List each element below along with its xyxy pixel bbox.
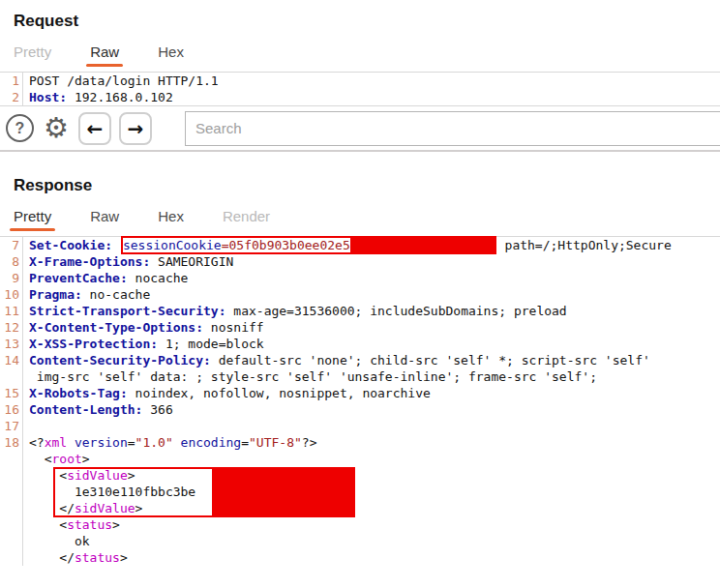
line-number <box>0 516 23 533</box>
code-text: </status> <box>23 549 128 566</box>
line-number <box>0 368 23 385</box>
token: ?> <box>302 434 317 451</box>
token: < <box>29 467 67 484</box>
code-line: 18<?xml version="1.0" encoding="UTF-8"?> <box>0 434 720 451</box>
code-line: 1POST /data/login HTTP/1.1 <box>0 73 720 89</box>
code-line: 8X-Frame-Options: SAMEORIGIN <box>0 253 720 270</box>
token: sidValue <box>75 500 135 516</box>
line-number <box>0 500 23 516</box>
code-line: <sidValue> <box>0 467 720 484</box>
token: = <box>128 434 135 451</box>
token: =05f0b903b0ee02e5 <box>222 237 350 253</box>
cookie-redaction-box: sessionCookie=05f0b903b0ee02e5 <box>121 236 496 254</box>
token: <? <box>29 434 45 451</box>
token: img-src 'self' data: ; style-src 'self' … <box>29 368 597 385</box>
line-number: 18 <box>0 434 23 451</box>
token: Content-Security-Policy: <box>29 352 211 368</box>
search-input[interactable] <box>185 111 720 146</box>
code-text: ok <box>23 533 90 549</box>
help-icon[interactable]: ? <box>6 114 34 142</box>
code-line: 11Strict-Transport-Security: max-age=315… <box>0 303 720 319</box>
token: SAMEORIGIN <box>150 253 233 270</box>
code-line: 15X-Robots-Tag: noindex, nofollow, nosni… <box>0 385 720 401</box>
token <box>67 434 75 451</box>
line-number <box>0 451 23 467</box>
token <box>112 237 120 253</box>
line-number: 13 <box>0 336 23 352</box>
token: 192.168.0.102 <box>67 89 173 105</box>
token: Strict-Transport-Security: <box>29 303 226 319</box>
code-text: <sidValue> <box>23 467 135 484</box>
token: status <box>75 549 120 566</box>
token: X-XSS-Protection: <box>29 336 158 352</box>
tab-hex[interactable]: Hex <box>154 208 188 231</box>
response-editor[interactable]: 7Set-Cookie: sessionCookie=05f0b903b0ee0… <box>0 236 720 578</box>
token: POST /data/login HTTP/1.1 <box>29 73 219 89</box>
token: status <box>67 516 112 533</box>
token: 1; mode=block <box>158 336 264 352</box>
code-line: 10Pragma: no-cache <box>0 286 720 303</box>
token: sidValue <box>67 467 128 484</box>
code-text: <root> <box>23 451 90 467</box>
code-text: <?xml version="1.0" encoding="UTF-8"?> <box>23 434 316 451</box>
line-number: 12 <box>0 319 23 336</box>
tab-hex[interactable]: Hex <box>154 44 188 67</box>
tab-render[interactable]: Render <box>219 208 274 231</box>
code-text: </sidValue> <box>23 500 142 516</box>
token: max-age=31536000; includeSubDomains; pre… <box>226 303 567 319</box>
token: root <box>51 451 81 467</box>
tab-raw[interactable]: Raw <box>86 44 123 67</box>
left-arrow-icon: ← <box>87 117 104 140</box>
code-text: Host: 192.168.0.102 <box>23 89 173 105</box>
token: Pragma: <box>29 286 82 303</box>
token: ok <box>29 533 90 549</box>
token: > <box>135 500 143 516</box>
previous-match-button[interactable]: ← <box>78 112 111 145</box>
token: "UTF-8" <box>249 434 302 451</box>
line-number <box>0 467 23 484</box>
line-number: 2 <box>0 89 23 105</box>
gear-icon[interactable]: ⚙ <box>44 114 69 142</box>
search-toolbar: ? ⚙ ← → <box>0 106 720 152</box>
token: nosniff <box>203 319 264 336</box>
code-text: POST /data/login HTTP/1.1 <box>23 73 219 89</box>
cookie-redaction-fill <box>350 238 495 252</box>
token: Content-Length: <box>29 401 142 418</box>
tab-raw[interactable]: Raw <box>86 208 123 231</box>
code-text: X-Frame-Options: SAMEORIGIN <box>23 253 233 270</box>
request-editor[interactable]: 1POST /data/login HTTP/1.12Host: 192.168… <box>0 72 720 106</box>
code-line: </sidValue> <box>0 500 720 516</box>
line-number: 1 <box>0 73 23 89</box>
code-line: 7Set-Cookie: sessionCookie=05f0b903b0ee0… <box>0 237 720 253</box>
code-line: 14Content-Security-Policy: default-src '… <box>0 352 720 368</box>
code-line: <status> <box>0 516 720 533</box>
line-number: 14 <box>0 352 23 368</box>
token: </ <box>29 500 75 516</box>
code-text: X-Content-Type-Options: nosniff <box>23 319 264 336</box>
token: default-src 'none'; child-src 'self' *; … <box>211 352 650 368</box>
tab-pretty[interactable]: Pretty <box>10 44 55 67</box>
code-text: <status> <box>23 516 120 533</box>
token: Host: <box>29 89 67 105</box>
token: X-Robots-Tag: <box>29 385 128 401</box>
line-number: 17 <box>0 418 23 434</box>
token: Set-Cookie: <box>29 237 112 253</box>
token <box>173 434 181 451</box>
line-number: 7 <box>0 237 23 253</box>
right-arrow-icon: → <box>128 117 144 140</box>
response-tabs: PrettyRawHexRender <box>10 208 720 231</box>
code-text: 1e310e110fbbc3be <box>23 484 195 500</box>
code-line: 2Host: 192.168.0.102 <box>0 89 720 105</box>
code-line: <root> <box>0 451 720 467</box>
request-tabs: PrettyRawHex <box>10 44 720 67</box>
token: > <box>128 467 135 484</box>
tab-pretty[interactable]: Pretty <box>10 208 55 231</box>
token: < <box>29 516 67 533</box>
token: > <box>112 516 120 533</box>
code-line: </status> <box>0 549 720 566</box>
token: </ <box>29 549 75 566</box>
line-number <box>0 484 23 500</box>
token: sessionCookie <box>123 237 222 253</box>
next-match-button[interactable]: → <box>119 112 152 145</box>
token: "1.0" <box>135 434 173 451</box>
